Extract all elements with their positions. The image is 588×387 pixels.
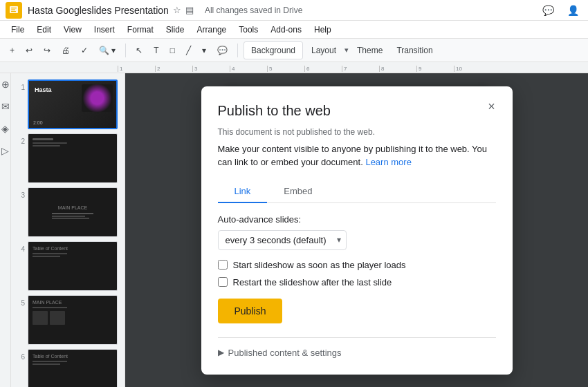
checkbox-row-1: Start slideshow as soon as the player lo… bbox=[218, 260, 496, 270]
slide-thumb-1: 2:00 bbox=[28, 79, 118, 129]
app-logo bbox=[6, 2, 22, 19]
published-content-settings[interactable]: ▶ Published content & settings bbox=[218, 348, 496, 358]
menu-view[interactable]: View bbox=[58, 23, 87, 36]
shapes-left-icon[interactable]: ◈ bbox=[1, 123, 9, 134]
menu-slide[interactable]: Slide bbox=[160, 23, 190, 36]
slide-number-1: 1 bbox=[15, 84, 25, 91]
folder-icon[interactable]: ▤ bbox=[185, 5, 194, 15]
toolbar-spellcheck[interactable]: ✓ bbox=[77, 41, 92, 59]
checkbox-row-2: Restart the slideshow after the last sli… bbox=[218, 277, 496, 287]
toolbar-add[interactable]: + bbox=[6, 41, 19, 59]
slide-item-4[interactable]: 4 Table of Content bbox=[11, 239, 125, 293]
restart-slideshow-label: Restart the slideshow after the last sli… bbox=[233, 277, 392, 287]
dialog-close-button[interactable]: × bbox=[482, 97, 502, 117]
slide-thumb-3: MAIN PLACE bbox=[28, 187, 118, 237]
auto-advance-label: Auto-advance slides: bbox=[218, 214, 496, 225]
background-button[interactable]: Background bbox=[244, 41, 303, 59]
dialog-tabs: Link Embed bbox=[218, 180, 496, 203]
toolbar-cursor[interactable]: ↖ bbox=[131, 41, 147, 59]
left-icons-panel: ⊕ ✉ ◈ ▷ bbox=[0, 73, 11, 387]
toolbar-textbox[interactable]: T bbox=[149, 41, 163, 59]
chat-icon[interactable]: 💬 bbox=[538, 1, 558, 20]
tab-embed[interactable]: Embed bbox=[267, 180, 329, 203]
tab-link[interactable]: Link bbox=[218, 180, 268, 203]
ruler-tick: 4 bbox=[230, 66, 267, 72]
slide-thumb-5: MAIN PLACE bbox=[28, 295, 118, 345]
ruler-tick: 7 bbox=[342, 66, 379, 72]
toolbar-print[interactable]: 🖨 bbox=[57, 41, 74, 59]
slide-item-5[interactable]: 5 MAIN PLACE bbox=[11, 293, 125, 347]
publish-button[interactable]: Publish bbox=[218, 299, 283, 323]
slide-item-3[interactable]: 3 MAIN PLACE bbox=[11, 185, 125, 239]
slide-item-6[interactable]: 6 Table of Content bbox=[11, 347, 125, 387]
menu-insert[interactable]: Insert bbox=[89, 23, 120, 36]
menu-file[interactable]: File bbox=[6, 23, 30, 36]
toolbar-undo[interactable]: ↩ bbox=[21, 41, 37, 59]
restart-slideshow-checkbox[interactable] bbox=[218, 277, 228, 287]
ruler: 1 2 3 4 5 6 7 8 9 10 bbox=[0, 62, 588, 73]
slide-item-2[interactable]: 2 bbox=[11, 131, 125, 185]
top-bar: Hasta Googleslides Presentation ☆ ▤ All … bbox=[0, 0, 588, 21]
slide-number-6: 6 bbox=[15, 353, 25, 361]
start-slideshow-checkbox[interactable] bbox=[218, 260, 228, 270]
dialog-title: Publish to the web bbox=[218, 103, 496, 119]
save-status: All changes saved in Drive bbox=[205, 6, 302, 15]
slide-thumb-4: Table of Content bbox=[28, 241, 118, 291]
ruler-tick: 2 bbox=[155, 66, 192, 72]
toolbar-redo[interactable]: ↪ bbox=[39, 41, 55, 59]
top-right-icons: 💬 👤 bbox=[538, 1, 582, 20]
menu-tools[interactable]: Tools bbox=[233, 23, 264, 36]
search-left-icon[interactable]: ⊕ bbox=[1, 79, 10, 90]
svg-rect-3 bbox=[11, 11, 16, 12]
menu-bar: File Edit View Insert Format Slide Arran… bbox=[0, 21, 588, 39]
main-area: ⊕ ✉ ◈ ▷ 1 2:00 2 3 bbox=[0, 73, 588, 387]
select-wrapper: every 3 seconds (default) every 5 second… bbox=[218, 230, 347, 250]
layout-button[interactable]: Layout bbox=[306, 41, 342, 59]
animations-left-icon[interactable]: ▷ bbox=[1, 145, 9, 156]
toolbar-insert-dropdown[interactable]: ▾ bbox=[198, 41, 210, 59]
ruler-tick: 9 bbox=[416, 66, 454, 72]
star-icon[interactable]: ☆ bbox=[173, 5, 181, 15]
toolbar-comments[interactable]: 💬 bbox=[213, 41, 232, 59]
auto-advance-select[interactable]: every 3 seconds (default) every 5 second… bbox=[218, 230, 347, 250]
slide-panel: 1 2:00 2 3 MAIN PLACE bbox=[11, 73, 125, 387]
ruler-tick: 6 bbox=[304, 66, 342, 72]
slide-item-1[interactable]: 1 2:00 bbox=[11, 77, 125, 131]
toolbar-line[interactable]: ╱ bbox=[182, 41, 195, 59]
svg-rect-1 bbox=[11, 8, 17, 8]
dialog-overlay: × Publish to the web This document is no… bbox=[125, 73, 588, 387]
slide-number-5: 5 bbox=[15, 299, 25, 307]
doc-title[interactable]: Hasta Googleslides Presentation bbox=[28, 5, 169, 16]
ruler-tick: 3 bbox=[192, 66, 230, 72]
start-slideshow-label: Start slideshow as soon as the player lo… bbox=[233, 260, 406, 270]
toolbar: + ↩ ↪ 🖨 ✓ 🔍 ▾ ↖ T □ ╱ ▾ 💬 Background Lay… bbox=[0, 39, 588, 62]
menu-addons[interactable]: Add-ons bbox=[265, 23, 307, 36]
svg-rect-2 bbox=[11, 9, 15, 10]
menu-help[interactable]: Help bbox=[309, 23, 337, 36]
chevron-right-icon: ▶ bbox=[218, 348, 224, 357]
slide-thumb-img bbox=[82, 84, 113, 112]
ruler-tick: 1 bbox=[118, 66, 155, 72]
ruler-tick: 8 bbox=[379, 66, 416, 72]
ruler-ticks: 1 2 3 4 5 6 7 8 9 10 bbox=[118, 66, 491, 73]
dialog-status: This document is not published to the we… bbox=[218, 127, 496, 137]
canvas-area: × Publish to the web This document is no… bbox=[125, 73, 588, 387]
toolbar-shape[interactable]: □ bbox=[166, 41, 179, 59]
toolbar-zoom[interactable]: 🔍 ▾ bbox=[95, 41, 120, 59]
ruler-tick: 10 bbox=[454, 66, 491, 72]
dialog-divider bbox=[218, 337, 496, 338]
theme-button[interactable]: Theme bbox=[351, 41, 388, 59]
slide-thumb-6: Table of Content bbox=[28, 349, 118, 387]
menu-format[interactable]: Format bbox=[122, 23, 159, 36]
ruler-tick: 5 bbox=[267, 66, 304, 72]
published-settings-label: Published content & settings bbox=[228, 348, 342, 358]
slide-thumb-2 bbox=[28, 133, 118, 183]
account-icon[interactable]: 👤 bbox=[563, 1, 582, 20]
learn-more-link[interactable]: Learn more bbox=[365, 157, 411, 167]
comments-left-icon[interactable]: ✉ bbox=[1, 101, 10, 112]
transition-button[interactable]: Transition bbox=[391, 41, 438, 59]
menu-edit[interactable]: Edit bbox=[31, 23, 57, 36]
slide-number-4: 4 bbox=[15, 245, 25, 253]
menu-arrange[interactable]: Arrange bbox=[192, 23, 232, 36]
dialog-description: Make your content visible to anyone by p… bbox=[218, 142, 496, 169]
